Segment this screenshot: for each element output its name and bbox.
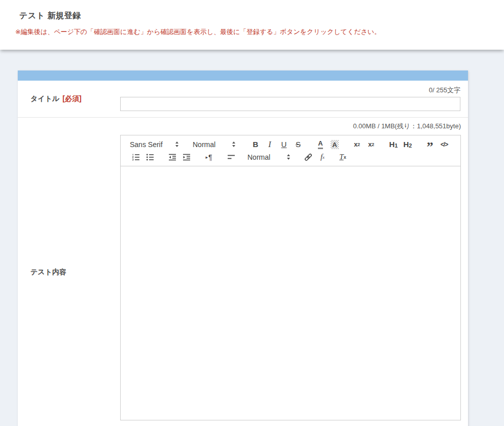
- ordered-list-button[interactable]: [130, 151, 142, 163]
- header2-button[interactable]: H2: [402, 138, 414, 151]
- outdent-button[interactable]: [166, 151, 178, 163]
- content-label-text: テスト内容: [30, 268, 66, 277]
- card-accent-bar: [18, 70, 468, 81]
- form-card: タイトル [必須] 0/ 255文字 テスト内容 0.00MB / 1MB(残り…: [18, 70, 468, 426]
- formula-x-icon: x: [322, 155, 325, 160]
- rich-text-editor: Sans Serif Normal B I U S: [120, 135, 461, 420]
- page-header: テスト 新規登録 ※編集後は、ページ下の「確認画面に進む」から確認画面を表示し、…: [0, 0, 504, 50]
- editor-content-area[interactable]: [121, 166, 460, 420]
- underline-button[interactable]: U: [278, 138, 290, 151]
- ordered-list-icon: [131, 153, 140, 162]
- page: { "page": { "title": "テスト 新規登録", "notice…: [0, 0, 504, 426]
- outdent-icon: [168, 153, 177, 162]
- code-block-button[interactable]: </>: [438, 138, 450, 151]
- size-info: 0.00MB / 1MB(残り：1,048,551byte): [120, 122, 461, 131]
- indent-button[interactable]: [181, 151, 193, 163]
- size-picker[interactable]: Normal: [193, 140, 235, 149]
- picker-arrows-icon: [175, 141, 178, 147]
- line-height-picker-value: Normal: [247, 153, 270, 161]
- pilcrow-icon: ¶: [208, 153, 212, 161]
- header2-base: H: [404, 140, 409, 149]
- page-title: テスト 新規登録: [0, 0, 504, 21]
- bullet-list-button[interactable]: [144, 151, 156, 163]
- required-badge: [必須]: [62, 94, 81, 103]
- content-row: テスト内容 0.00MB / 1MB(残り：1,048,551byte) San…: [18, 118, 468, 426]
- clean-format-button[interactable]: Tx: [337, 151, 349, 163]
- indent-icon: [182, 153, 191, 162]
- line-height-picker[interactable]: Normal: [247, 153, 290, 161]
- list-group: [130, 151, 158, 163]
- header1-button[interactable]: H1: [387, 138, 400, 151]
- direction-arrow-icon: ▸: [205, 155, 208, 160]
- subscript-base: x: [354, 140, 357, 148]
- title-label: タイトル [必須]: [18, 81, 120, 117]
- title-label-text: タイトル: [30, 94, 59, 103]
- font-picker[interactable]: Sans Serif: [130, 140, 178, 149]
- formula-button[interactable]: fx: [316, 151, 329, 163]
- header2-digit: 2: [409, 143, 412, 149]
- size-picker-value: Normal: [193, 140, 215, 149]
- superscript-base: x: [368, 140, 372, 148]
- color-group: A A: [314, 138, 343, 151]
- clean-t-icon: T: [339, 153, 343, 161]
- title-row: タイトル [必須] 0/ 255文字: [18, 81, 468, 118]
- clean-x-icon: x: [344, 155, 346, 160]
- subscript-digit: 2: [357, 142, 360, 147]
- blockquote-button[interactable]: ”: [424, 138, 436, 151]
- text-color-button[interactable]: A: [314, 138, 327, 151]
- background-color-icon: A: [331, 140, 338, 149]
- bold-button[interactable]: B: [249, 138, 262, 151]
- title-field-area: 0/ 255文字: [120, 81, 460, 117]
- script-group: x2 x2: [351, 138, 379, 151]
- header1-digit: 1: [394, 143, 398, 149]
- toolbar-row-1: Sans Serif Normal B I U S: [130, 138, 460, 151]
- notice-text: ※編集後は、ページ下の「確認画面に進む」から確認画面を表示し、最後に「登録する」…: [15, 27, 504, 37]
- text-style-group: B I U S: [249, 138, 306, 151]
- text-color-icon: A: [318, 140, 322, 149]
- editor-toolbar: Sans Serif Normal B I U S: [121, 135, 460, 166]
- content-label: テスト内容: [18, 118, 120, 426]
- font-picker-value: Sans Serif: [130, 140, 163, 149]
- toolbar-row-2: ▸¶ Normal: [130, 151, 460, 163]
- superscript-digit: 2: [372, 142, 374, 147]
- link-icon: [304, 153, 313, 162]
- picker-arrows-icon: [232, 141, 235, 147]
- text-direction-button[interactable]: ▸¶: [203, 151, 215, 163]
- title-input[interactable]: [120, 97, 460, 111]
- link-button[interactable]: [302, 151, 314, 163]
- header-group: H1 H2: [387, 138, 416, 151]
- char-counter: 0/ 255文字: [120, 86, 460, 95]
- indent-group: [166, 151, 195, 163]
- insert-group: fx Tx: [302, 151, 351, 163]
- bullet-list-icon: [146, 153, 155, 162]
- header1-base: H: [389, 140, 395, 149]
- align-button[interactable]: [225, 151, 237, 163]
- direction-group: ▸¶: [203, 151, 217, 163]
- content-field-area: 0.00MB / 1MB(残り：1,048,551byte) Sans Seri…: [120, 118, 461, 426]
- block-group: ” </>: [424, 138, 452, 151]
- subscript-button[interactable]: x2: [351, 138, 363, 151]
- superscript-button[interactable]: x2: [365, 138, 377, 151]
- align-left-icon: [227, 153, 236, 162]
- picker-arrows-icon: [287, 154, 290, 160]
- strikethrough-button[interactable]: S: [292, 138, 304, 151]
- background-color-button[interactable]: A: [329, 138, 341, 151]
- italic-button[interactable]: I: [264, 138, 276, 151]
- align-group: [225, 151, 239, 163]
